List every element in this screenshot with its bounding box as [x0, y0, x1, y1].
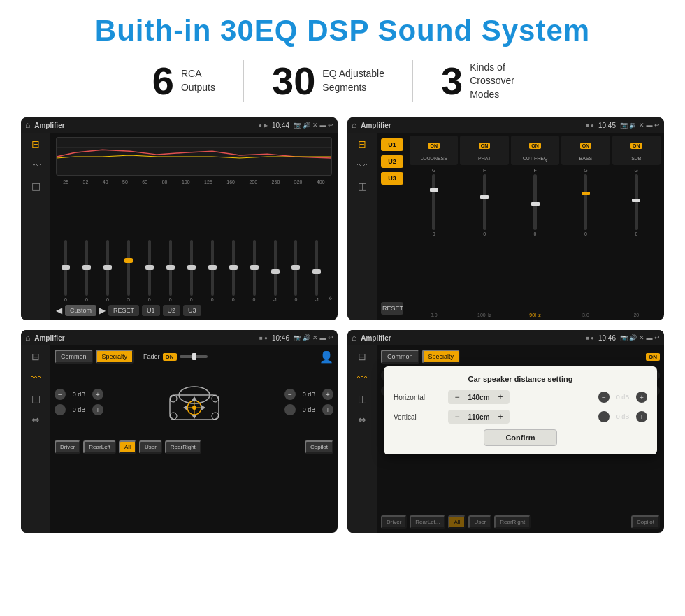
dist-on-badge[interactable]: ON — [646, 353, 660, 361]
stat-rca: 6 RCAOutputs — [124, 62, 243, 101]
dist-sidebar-arrows-icon[interactable]: ⇔ — [358, 414, 366, 425]
eq-slider-4[interactable]: 5 — [119, 240, 138, 302]
eq-custom-btn[interactable]: Custom — [65, 305, 96, 316]
eq-slider-7[interactable]: 0 — [182, 240, 201, 302]
fader-db1-minus[interactable]: − — [55, 389, 66, 400]
eq-sidebar-eq-icon[interactable]: ⊟ — [31, 138, 40, 150]
dist-user-btn[interactable]: User — [468, 515, 491, 529]
dist-copilot-btn[interactable]: Copilot — [631, 515, 660, 529]
dist-specialty-tab[interactable]: Specialty — [422, 350, 461, 364]
eq-slider-11[interactable]: -1 — [266, 240, 285, 302]
dist-db1-minus[interactable]: − — [598, 392, 610, 403]
amp-home-icon[interactable]: ⌂ — [352, 120, 356, 130]
dist-common-tab[interactable]: Common — [381, 350, 419, 364]
fader-rearleft-btn[interactable]: RearLeft — [83, 440, 116, 454]
amp-dot-icons: ■ ● — [586, 122, 594, 129]
fader-home-icon[interactable]: ⌂ — [25, 333, 30, 343]
eq-sidebar-speaker-icon[interactable]: ◫ — [31, 180, 41, 192]
fader-user-btn[interactable]: User — [139, 440, 162, 454]
amp-phat-on[interactable]: ON — [479, 143, 491, 149]
eq-slider-8[interactable]: 0 — [203, 240, 222, 302]
amp-sub-on[interactable]: ON — [630, 143, 642, 149]
eq-slider-5[interactable]: 0 — [140, 240, 159, 302]
dist-db2-minus[interactable]: − — [598, 411, 610, 422]
dist-rearright-btn[interactable]: RearRight — [494, 515, 531, 529]
dist-vertical-plus[interactable]: + — [496, 412, 505, 422]
eq-freq-labels: 25 32 40 50 63 80 100 125 160 200 250 32… — [56, 180, 332, 185]
eq-slider-1[interactable]: 0 — [56, 240, 75, 302]
dist-all-btn[interactable]: All — [448, 515, 466, 529]
eq-u2-btn[interactable]: U2 — [163, 305, 181, 316]
fader-db4-plus[interactable]: + — [322, 404, 333, 415]
stat-crossover: 3 Kinds ofCrossover Modes — [413, 61, 561, 102]
eq-slider-6[interactable]: 0 — [161, 240, 180, 302]
amp-vslider-2[interactable]: F 0 — [460, 168, 508, 310]
amp-reset-btn[interactable]: RESET — [381, 302, 403, 315]
fader-rearright-btn[interactable]: RearRight — [165, 440, 201, 454]
fader-common-tab[interactable]: Common — [55, 350, 93, 364]
eq-u3-btn[interactable]: U3 — [183, 305, 201, 316]
fader-db3-minus[interactable]: − — [284, 389, 296, 400]
stat-eq-label: EQ AdjustableSegments — [322, 67, 384, 94]
amp-sidebar-eq-icon[interactable]: ⊟ — [358, 138, 366, 150]
dist-main: Common Specialty ON − 0 dB + — [377, 345, 664, 533]
eq-u1-btn[interactable]: U1 — [142, 305, 160, 316]
fader-sidebar-arrows-icon[interactable]: ⇔ — [31, 414, 40, 425]
dist-confirm-btn[interactable]: Confirm — [484, 429, 556, 446]
fader-specialty-tab[interactable]: Specialty — [96, 350, 134, 364]
fader-copilot-btn[interactable]: Copilot — [305, 440, 333, 454]
stat-crossover-number: 3 — [441, 62, 463, 101]
eq-slider-9[interactable]: 0 — [224, 240, 243, 302]
dist-vertical-minus[interactable]: − — [452, 412, 462, 422]
fader-db1-plus[interactable]: + — [92, 389, 103, 400]
dist-horizontal-minus[interactable]: − — [452, 392, 462, 402]
eq-sidebar-wave-icon[interactable]: 〰 — [31, 159, 41, 171]
amp-preset-u1[interactable]: U1 — [381, 138, 403, 151]
dist-horizontal-label: Horizontal — [394, 394, 442, 401]
fader-all-btn[interactable]: All — [119, 440, 136, 454]
eq-reset-btn[interactable]: RESET — [108, 305, 139, 316]
amp-sidebar-wave-icon[interactable]: 〰 — [357, 159, 367, 171]
fader-dot-icons: ■ ● — [259, 335, 268, 341]
amp-sidebar-speaker-icon[interactable]: ◫ — [358, 180, 367, 192]
fader-db-row-2: − 0 dB + — [55, 404, 103, 415]
dist-vertical-row: Vertical − 110cm + − 0 dB + — [394, 410, 647, 424]
fader-driver-btn[interactable]: Driver — [55, 440, 80, 454]
fader-sidebar-speaker-icon[interactable]: ◫ — [31, 393, 41, 404]
fader-slider[interactable] — [180, 355, 208, 358]
fader-db2-minus[interactable]: − — [55, 404, 66, 415]
eq-next-arrow[interactable]: ▶ — [99, 306, 106, 315]
eq-prev-arrow[interactable]: ◀ — [56, 306, 62, 315]
dist-sidebar-eq-icon[interactable]: ⊟ — [358, 351, 366, 362]
dist-rearleft-btn[interactable]: RearLef... — [410, 515, 445, 529]
amp-vslider-1[interactable]: G 0 — [410, 168, 458, 310]
amp-vslider-3[interactable]: F 0 — [511, 168, 559, 310]
dist-horizontal-plus[interactable]: + — [496, 392, 505, 402]
eq-slider-12[interactable]: 0 — [286, 240, 305, 302]
eq-home-icon[interactable]: ⌂ — [25, 120, 30, 130]
fader-db4-minus[interactable]: − — [284, 404, 296, 415]
amp-preset-u2[interactable]: U2 — [381, 155, 403, 168]
amp-preset-u3[interactable]: U3 — [381, 172, 403, 185]
fader-db3-plus[interactable]: + — [322, 389, 333, 400]
eq-slider-10[interactable]: 0 — [245, 240, 264, 302]
dist-db1-plus[interactable]: + — [636, 392, 647, 403]
dist-db2-plus[interactable]: + — [636, 411, 647, 422]
dist-sidebar-wave-icon[interactable]: 〰 — [357, 372, 367, 383]
eq-expand-icon[interactable]: » — [328, 294, 332, 302]
fader-sidebar-eq-icon[interactable]: ⊟ — [31, 351, 40, 362]
amp-bass-on[interactable]: ON — [580, 143, 592, 149]
amp-vslider-4[interactable]: G 0 — [561, 168, 610, 310]
eq-slider-2[interactable]: 0 — [77, 240, 96, 302]
amp-vslider-5[interactable]: G 0 — [612, 168, 661, 310]
fader-db2-plus[interactable]: + — [92, 404, 103, 415]
fader-sidebar-wave-icon[interactable]: 〰 — [31, 372, 41, 383]
dist-home-icon[interactable]: ⌂ — [352, 333, 356, 343]
eq-slider-3[interactable]: 0 — [98, 240, 117, 302]
dist-driver-btn[interactable]: Driver — [381, 515, 407, 529]
fader-on-badge[interactable]: ON — [163, 353, 177, 361]
amp-loudness-on[interactable]: ON — [428, 143, 440, 149]
dist-sidebar-speaker-icon[interactable]: ◫ — [358, 393, 367, 404]
eq-slider-13[interactable]: -1 — [307, 240, 326, 302]
amp-cutfreq-on[interactable]: ON — [529, 143, 541, 149]
